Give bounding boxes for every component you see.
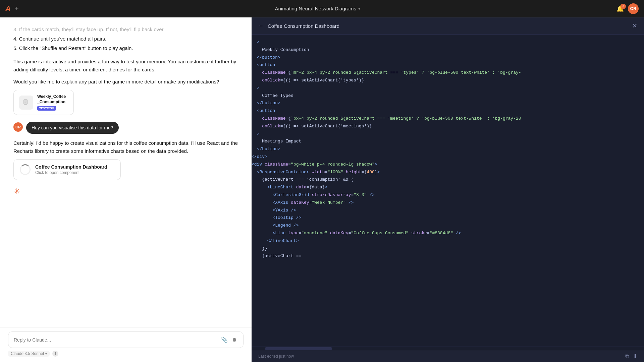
loading-spinner <box>20 164 31 175</box>
model-version-badge: 1 <box>52 351 58 357</box>
chat-footer-info: Claude 3.5 Sonnet ▾ 1 <box>8 351 244 357</box>
user-avatar: CR <box>13 122 23 132</box>
sparkle-icon: ✳ <box>13 187 238 196</box>
code-line: </button> <box>252 100 644 107</box>
component-card[interactable]: Coffee Consumption Dashboard Click to op… <box>13 159 121 180</box>
model-chevron-icon: ▾ <box>45 352 47 356</box>
file-name: Weekly_Coffee _Consumption <box>37 94 66 105</box>
main-container: 3. If the cards match, they'll stay face… <box>0 17 644 362</box>
new-chat-button[interactable]: + <box>15 5 19 12</box>
component-subtitle: Click to open component <box>35 170 114 175</box>
code-line: <Line type="monotone" dataKey="Coffee Cu… <box>252 230 644 237</box>
code-line: </button> <box>252 54 644 62</box>
chat-panel: 3. If the cards match, they'll stay face… <box>0 17 252 362</box>
code-line: <ResponsiveContainer width="100%" height… <box>252 169 644 176</box>
topbar: A + Animating Neural Network Diagrams ▾ … <box>0 0 644 17</box>
code-close-button[interactable]: ✕ <box>632 22 637 29</box>
code-footer-actions: ⧉ ⬇ <box>625 353 637 359</box>
file-info: Weekly_Coffee _Consumption TEXT/CSV <box>37 94 66 111</box>
code-header-right: ✕ <box>632 22 637 29</box>
list-item: 3. If the cards match, they'll stay face… <box>13 25 238 34</box>
avatar[interactable]: CR <box>628 3 639 14</box>
code-line: > <box>252 84 644 92</box>
document-icon <box>22 99 30 106</box>
list-item: 4. Continue until you've matched all pai… <box>13 35 238 43</box>
model-selector[interactable]: Claude 3.5 Sonnet ▾ <box>8 351 50 357</box>
code-scrollbar-horizontal[interactable] <box>252 347 644 350</box>
user-bubble: Hey can you visualise this data for me? <box>26 122 119 134</box>
code-header: ← Coffee Consumption Dashboard ✕ <box>252 17 644 35</box>
attach-button[interactable]: 📎 <box>220 336 228 344</box>
model-name: Claude 3.5 Sonnet <box>11 351 44 356</box>
code-line: <Tooltip /> <box>252 214 644 222</box>
code-line: Coffee Types <box>252 92 644 100</box>
code-panel-title: Coffee Consumption Dashboard <box>268 23 339 29</box>
code-line: <Legend /> <box>252 222 644 230</box>
code-body[interactable]: > Weekly Consumption </button> <button c… <box>252 35 644 347</box>
code-line: Weekly Consumption <box>252 46 644 54</box>
code-header-left: ← Coffee Consumption Dashboard <box>258 23 339 29</box>
chat-input-area: 📎 ⏺ Claude 3.5 Sonnet ▾ 1 <box>0 327 252 362</box>
chat-paragraph-2: Would you like me to explain any part of… <box>13 78 238 86</box>
logo[interactable]: A <box>5 4 11 13</box>
conversation-title: Animating Neural Network Diagrams <box>275 6 356 11</box>
code-line: </LineChart> <box>252 237 644 245</box>
chat-paragraph-1: This game is interactive and provides a … <box>13 58 238 74</box>
notification-count: 3 <box>621 4 626 9</box>
chat-input[interactable] <box>14 337 218 343</box>
file-icon <box>19 96 33 110</box>
chat-input-icons: 📎 ⏺ <box>220 336 238 344</box>
code-line: Meetings Impact <box>252 138 644 145</box>
chat-content: 3. If the cards match, they'll stay face… <box>0 17 252 327</box>
file-type-badge: TEXT/CSV <box>37 106 56 111</box>
code-line: <button <box>252 107 644 115</box>
topbar-left: A + <box>5 4 19 13</box>
code-line: <CartesianGrid strokeDasharray="3 3" /> <box>252 191 644 199</box>
code-line: onClick={() => setActiveChart('meetings'… <box>252 123 644 130</box>
code-line: }} <box>252 245 644 253</box>
code-line: className={`px-4 py-2 rounded ${activeCh… <box>252 115 644 123</box>
user-message: CR Hey can you visualise this data for m… <box>13 122 238 134</box>
code-line: > <box>252 130 644 138</box>
component-info: Coffee Consumption Dashboard Click to op… <box>35 164 114 175</box>
chat-input-box: 📎 ⏺ <box>8 331 244 348</box>
code-line: <YAxis /> <box>252 207 644 215</box>
code-line: onClick={() => setActiveChart('types')} <box>252 77 644 84</box>
code-line: </div> <box>252 153 644 161</box>
code-footer: Last edited just now ⧉ ⬇ <box>252 350 644 362</box>
code-line: </button> <box>252 145 644 153</box>
code-back-button[interactable]: ← <box>258 23 264 29</box>
copy-button[interactable]: ⧉ <box>625 353 629 359</box>
list-item: 5. Click the "Shuffle and Restart" butto… <box>13 44 238 52</box>
code-line: > <box>252 39 644 46</box>
component-title: Coffee Consumption Dashboard <box>35 164 114 170</box>
topbar-right: 🔔 3 CR <box>616 3 639 14</box>
chat-list: 3. If the cards match, they'll stay face… <box>13 25 238 52</box>
download-button[interactable]: ⬇ <box>633 353 637 359</box>
assistant-response: Certainly! I'd be happy to create visual… <box>13 139 238 155</box>
code-line: <XAxis dataKey="Week Number" /> <box>252 199 644 207</box>
code-line: <div className="bg-white p-4 rounded-lg … <box>252 161 644 169</box>
topbar-center: Animating Neural Network Diagrams ▾ <box>275 6 360 11</box>
last-edited-text: Last edited just now <box>258 354 294 359</box>
code-line: {activeChart == <box>252 252 644 260</box>
code-line: {activeChart === 'consumption' && ( <box>252 176 644 184</box>
code-line: className={`mr-2 px-4 py-2 rounded ${act… <box>252 69 644 77</box>
title-chevron-icon[interactable]: ▾ <box>358 6 360 11</box>
notification-button[interactable]: 🔔 3 <box>616 5 624 12</box>
code-line: <LineChart data={data}> <box>252 184 644 191</box>
code-panel: ← Coffee Consumption Dashboard ✕ > Weekl… <box>252 17 644 362</box>
record-button[interactable]: ⏺ <box>231 336 238 344</box>
file-attachment-card[interactable]: Weekly_Coffee _Consumption TEXT/CSV <box>13 90 74 115</box>
code-line: <button <box>252 61 644 69</box>
